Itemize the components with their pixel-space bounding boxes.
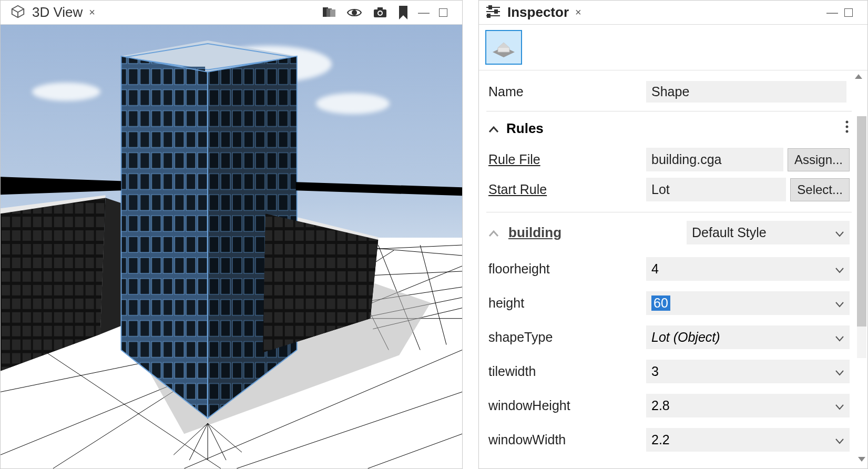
inspector-panel: Inspector × — Name Shape Ru — [478, 0, 868, 469]
attr-row-tilewidth: tilewidth3 — [486, 354, 852, 389]
building-section-header[interactable]: building Default Style — [486, 213, 852, 252]
name-label: Name — [488, 84, 646, 99]
chevron-down-icon[interactable] — [488, 225, 499, 241]
svg-rect-65 — [487, 14, 490, 17]
svg-rect-44 — [121, 56, 208, 423]
svg-point-7 — [379, 12, 382, 15]
attr-value-input[interactable]: 60 — [646, 291, 850, 315]
attr-value-text: 2.2 — [651, 432, 835, 447]
chevron-down-icon — [835, 225, 844, 240]
svg-marker-53 — [1, 177, 121, 195]
svg-line-23 — [420, 245, 446, 345]
rule-file-row: Rule File building.cga Assign... — [486, 145, 852, 175]
chevron-down-icon[interactable] — [835, 432, 844, 447]
chevron-down-icon[interactable] — [835, 261, 844, 277]
kebab-menu-icon[interactable] — [844, 120, 850, 137]
style-select-value: Default Style — [692, 225, 767, 240]
inspector-tab-row — [479, 25, 867, 70]
attr-label: height — [488, 295, 646, 311]
select-button[interactable]: Select... — [790, 178, 850, 201]
attr-value-input[interactable]: 4 — [646, 257, 850, 281]
shape-object-tab[interactable] — [485, 30, 522, 65]
attr-label: windowHeight — [488, 398, 646, 413]
3d-view-title: 3D View — [32, 4, 83, 21]
svg-rect-5 — [377, 7, 383, 10]
chevron-down-icon[interactable] — [488, 120, 499, 137]
attr-value-input[interactable]: 2.8 — [646, 394, 850, 417]
3d-viewport[interactable] — [1, 25, 462, 468]
inspector-title: Inspector — [507, 4, 569, 21]
name-row: Name Shape — [486, 75, 852, 109]
attr-value-text: 4 — [651, 261, 835, 277]
minimize-icon[interactable]: — — [826, 6, 838, 19]
attr-label: floorheight — [488, 261, 646, 277]
cube-icon — [10, 4, 26, 22]
style-select[interactable]: Default Style — [687, 221, 850, 244]
attr-value-input[interactable]: Lot (Object) — [646, 325, 850, 349]
minimize-icon[interactable]: — — [418, 6, 430, 19]
svg-line-16 — [367, 434, 462, 468]
attr-row-shapeType: shapeTypeLot (Object) — [486, 320, 852, 354]
attr-row-floorheight: floorheight4 — [486, 252, 852, 286]
svg-rect-61 — [489, 6, 492, 9]
attr-row-height: height60 — [486, 286, 852, 320]
scrollbar-thumb[interactable] — [857, 116, 866, 327]
attr-label: windowWidth — [488, 432, 646, 447]
chevron-down-icon[interactable] — [835, 398, 844, 413]
name-input[interactable]: Shape — [646, 81, 846, 103]
rule-file-value[interactable]: building.cga — [646, 148, 783, 171]
scroll-up-icon[interactable] — [854, 73, 863, 82]
attr-row-windowHeight: windowHeight2.8 — [486, 389, 852, 423]
close-icon[interactable]: × — [575, 6, 581, 18]
rule-file-label[interactable]: Rule File — [488, 152, 646, 167]
attr-value-input[interactable]: 2.2 — [646, 428, 850, 452]
maximize-icon[interactable] — [439, 8, 447, 17]
start-rule-value[interactable]: Lot — [646, 178, 786, 201]
attr-value-text: 2.8 — [651, 398, 835, 413]
close-icon[interactable]: × — [89, 6, 95, 18]
svg-rect-63 — [495, 10, 497, 13]
svg-point-69 — [846, 121, 849, 124]
svg-rect-50 — [1, 198, 111, 376]
attr-value-input[interactable]: 3 — [646, 360, 850, 383]
inspector-header: Inspector × — — [479, 1, 867, 25]
svg-point-3 — [352, 11, 356, 15]
assign-button[interactable]: Assign... — [788, 148, 850, 171]
attr-label: shapeType — [488, 330, 646, 345]
3d-view-panel: 3D View × — — [0, 0, 463, 469]
maximize-icon[interactable] — [844, 8, 853, 17]
layers-icon[interactable] — [321, 6, 336, 19]
rules-section-title: Rules — [506, 120, 544, 137]
chevron-down-icon[interactable] — [835, 364, 844, 379]
visibility-icon[interactable] — [346, 7, 362, 18]
rules-section-header[interactable]: Rules — [486, 113, 852, 145]
building-section-title: building — [508, 225, 561, 241]
svg-point-71 — [846, 130, 849, 133]
attr-value-text: Lot (Object) — [651, 330, 835, 345]
sliders-icon — [485, 5, 501, 21]
attr-row-windowWidth: windowWidth2.2 — [486, 423, 852, 457]
camera-icon[interactable] — [373, 7, 387, 18]
start-rule-row: Start Rule Lot Select... — [486, 175, 852, 205]
svg-marker-68 — [498, 43, 509, 48]
3d-view-header: 3D View × — — [1, 1, 462, 25]
start-rule-label[interactable]: Start Rule — [488, 182, 646, 197]
svg-line-15 — [237, 392, 462, 468]
attr-value-text: 60 — [651, 295, 835, 311]
bookmark-icon[interactable] — [398, 6, 409, 19]
scroll-down-icon[interactable] — [857, 456, 866, 465]
svg-rect-2 — [330, 9, 335, 17]
attr-value-text: 3 — [651, 364, 835, 379]
svg-point-70 — [846, 126, 849, 128]
svg-line-59 — [208, 423, 242, 452]
attr-label: tilewidth — [488, 364, 646, 379]
chevron-down-icon[interactable] — [835, 295, 844, 311]
inspector-content: Name Shape Rules Rule File building.cga … — [479, 70, 867, 468]
svg-marker-54 — [296, 182, 462, 196]
chevron-down-icon[interactable] — [835, 330, 844, 345]
